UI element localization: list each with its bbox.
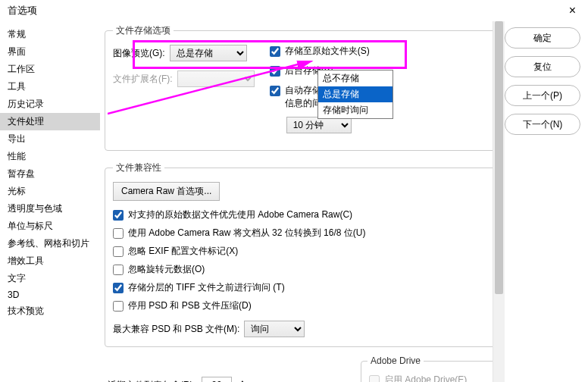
save-orig-label: 存储至原始文件夹(S)	[285, 45, 370, 58]
compat-opt4-checkbox[interactable]	[113, 265, 124, 275]
sidebar-item-6[interactable]: 导出	[0, 130, 100, 148]
sidebar-item-14[interactable]: 文字	[0, 270, 100, 287]
compat-legend: 文件兼容性	[113, 161, 164, 174]
compat-opt1-label: 对支持的原始数据文件优先使用 Adobe Camera Raw(C)	[128, 208, 352, 221]
sidebar-item-8[interactable]: 暂存盘	[0, 165, 100, 183]
compat-group: 文件兼容性 Camera Raw 首选项... 对支持的原始数据文件优先使用 A…	[105, 161, 500, 347]
compat-opt6-label: 停用 PSD 和 PSB 文件压缩(D)	[128, 299, 252, 312]
sidebar-item-1[interactable]: 界面	[0, 43, 100, 61]
recent-files-unit: 个	[238, 379, 247, 383]
compat-opt2-label: 使用 Adobe Camera Raw 将文档从 32 位转换到 16/8 位(…	[128, 227, 365, 240]
sidebar-item-13[interactable]: 增效工具	[0, 252, 100, 270]
recent-files-label: 近期文件列表包含(R):	[108, 379, 195, 383]
filesave-legend: 文件存储选项	[113, 24, 174, 37]
sidebar-item-7[interactable]: 性能	[0, 148, 100, 165]
sidebar-item-5[interactable]: 文件处理	[0, 113, 100, 130]
compat-opt3-checkbox[interactable]	[113, 246, 124, 257]
adobe-drive-label: 启用 Adobe Drive(E)	[384, 374, 467, 382]
compat-opt6-checkbox[interactable]	[113, 301, 124, 312]
sidebar-item-15[interactable]: 3D	[0, 287, 100, 302]
file-ext-label: 文件扩展名(F):	[113, 73, 173, 86]
sidebar-item-9[interactable]: 光标	[0, 183, 100, 200]
dropdown-option-0[interactable]: 总不存储	[318, 70, 393, 86]
scrollbar-thumb[interactable]	[495, 21, 503, 294]
filesave-group: 文件存储选项 图像预览(G): 总是存储 文件扩展名(F):	[105, 24, 500, 151]
dropdown-option-2[interactable]: 存储时询问	[318, 102, 393, 118]
next-button[interactable]: 下一个(N)	[505, 114, 580, 135]
reset-button[interactable]: 复位	[505, 56, 580, 77]
sidebar-item-12[interactable]: 参考线、网格和切片	[0, 235, 100, 252]
close-icon[interactable]: ×	[565, 4, 580, 17]
sidebar-item-11[interactable]: 单位与标尺	[0, 218, 100, 235]
save-orig-checkbox[interactable]	[270, 46, 280, 57]
sidebar-item-3[interactable]: 工具	[0, 78, 100, 96]
compat-opt5-label: 存储分层的 TIFF 文件之前进行询问 (T)	[128, 281, 285, 294]
camera-raw-prefs-button[interactable]: Camera Raw 首选项...	[113, 182, 220, 201]
dialog-buttons: 确定 复位 上一个(P) 下一个(N)	[505, 21, 588, 382]
content-area: 文件存储选项 图像预览(G): 总是存储 文件扩展名(F):	[100, 21, 505, 382]
image-preview-dropdown-popup: 总不存储总是存储存储时询问	[317, 70, 393, 119]
file-ext-select[interactable]	[177, 70, 255, 87]
sidebar: 常规界面工作区工具历史记录文件处理导出性能暂存盘光标透明度与色域单位与标尺参考线…	[0, 21, 100, 382]
bg-save-checkbox[interactable]	[270, 66, 280, 77]
compat-opt4-label: 忽略旋转元数据(O)	[128, 263, 205, 276]
autosave-interval-select[interactable]: 10 分钟	[286, 117, 352, 133]
sidebar-item-2[interactable]: 工作区	[0, 61, 100, 78]
recent-files-input[interactable]	[202, 377, 232, 382]
image-preview-select[interactable]: 总是存储	[170, 45, 247, 61]
adobe-drive-checkbox[interactable]	[369, 375, 380, 383]
compat-opt2-checkbox[interactable]	[113, 228, 124, 239]
sidebar-item-10[interactable]: 透明度与色域	[0, 200, 100, 218]
prev-button[interactable]: 上一个(P)	[505, 85, 580, 106]
compat-opt3-label: 忽略 EXIF 配置文件标记(X)	[128, 245, 238, 258]
compat-opt5-checkbox[interactable]	[113, 283, 124, 293]
content-scrollbar[interactable]	[493, 21, 505, 382]
adobe-drive-group: Adobe Drive 启用 Adobe Drive(E)	[361, 361, 497, 382]
sidebar-item-4[interactable]: 历史记录	[0, 96, 100, 113]
autosave-checkbox[interactable]	[270, 86, 280, 96]
max-compat-label: 最大兼容 PSD 和 PSB 文件(M):	[113, 323, 239, 336]
sidebar-item-16[interactable]: 技术预览	[0, 302, 100, 320]
ok-button[interactable]: 确定	[505, 27, 580, 49]
sidebar-item-0[interactable]: 常规	[0, 26, 100, 43]
dropdown-option-1[interactable]: 总是存储	[318, 86, 393, 102]
compat-opt1-checkbox[interactable]	[113, 210, 124, 221]
max-compat-select[interactable]: 询问	[244, 321, 305, 337]
window-title: 首选项	[8, 4, 37, 17]
adobe-drive-legend: Adobe Drive	[368, 355, 424, 366]
image-preview-label: 图像预览(G):	[113, 47, 165, 60]
